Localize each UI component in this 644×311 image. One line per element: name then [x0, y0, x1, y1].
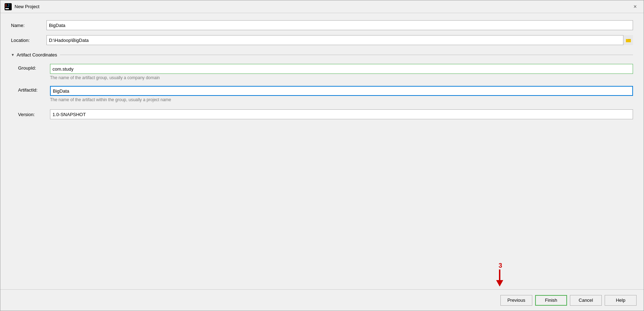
svg-rect-6 — [626, 39, 631, 42]
groupid-hint: The name of the artifact group, usually … — [50, 75, 633, 80]
name-input[interactable] — [46, 20, 633, 30]
name-row: Name: — [11, 20, 633, 30]
location-input-wrap — [46, 35, 633, 45]
groupid-input[interactable] — [50, 64, 633, 74]
artifactid-input[interactable] — [50, 86, 633, 96]
version-row: Version: — [18, 109, 633, 119]
groupid-input-wrap: The name of the artifact group, usually … — [50, 64, 633, 84]
version-label: Version: — [18, 112, 50, 117]
close-button[interactable]: × — [631, 2, 639, 11]
title-bar-left: I J New Project — [5, 3, 39, 10]
artifact-section-label: Artifact Coordinates — [17, 52, 57, 58]
browse-button[interactable] — [623, 35, 633, 45]
version-input[interactable] — [50, 109, 633, 119]
groupid-label: GroupId: — [18, 64, 50, 71]
artifactid-label: ArtifactId: — [18, 86, 50, 93]
groupid-row: GroupId: The name of the artifact group,… — [18, 64, 633, 84]
cancel-button[interactable]: Cancel — [570, 295, 602, 306]
artifactid-row: ArtifactId: The name of the artifact wit… — [18, 86, 633, 107]
svg-text:J: J — [7, 3, 10, 8]
location-row: Location: — [11, 35, 633, 45]
artifactid-hint: The name of the artifact within the grou… — [50, 97, 633, 102]
svg-rect-1 — [5, 8, 9, 9]
folder-icon — [626, 38, 631, 43]
artifact-section-header: ▼ Artifact Coordinates — [11, 52, 633, 58]
title-bar: I J New Project × — [0, 0, 644, 13]
dialog-body: Name: Location: ▼ Artifact Coo — [0, 13, 644, 289]
annotation-number: 3 — [499, 262, 502, 269]
help-button[interactable]: Help — [605, 295, 637, 306]
arrow-stem — [499, 269, 500, 280]
finish-button[interactable]: Finish — [535, 295, 567, 306]
location-label: Location: — [11, 38, 46, 43]
previous-button[interactable]: Previous — [500, 295, 532, 306]
arrow-head — [496, 280, 503, 287]
dialog-title: New Project — [15, 4, 39, 9]
annotation-area: 3 — [496, 262, 506, 287]
dialog-footer: 3 Previous Finish Cancel Help — [0, 289, 644, 311]
new-project-dialog: I J New Project × Name: Location: — [0, 0, 644, 311]
location-input[interactable] — [46, 35, 633, 45]
artifact-section-content: GroupId: The name of the artifact group,… — [11, 64, 633, 119]
section-divider — [60, 55, 633, 55]
annotation-arrow — [496, 269, 503, 287]
name-label: Name: — [11, 23, 46, 28]
app-logo-icon: I J — [5, 3, 12, 10]
svg-text:I: I — [5, 3, 7, 8]
artifact-toggle[interactable]: ▼ Artifact Coordinates — [11, 52, 57, 58]
chevron-down-icon: ▼ — [11, 53, 15, 57]
artifactid-input-wrap: The name of the artifact within the grou… — [50, 86, 633, 107]
